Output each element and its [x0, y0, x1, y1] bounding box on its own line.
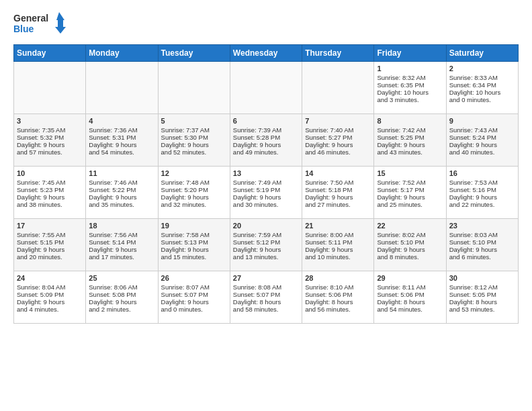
weekday-header: Wednesday [230, 45, 302, 62]
header: General Blue [13, 11, 519, 38]
day-info: Daylight: 9 hours [17, 298, 83, 306]
svg-marker-2 [55, 12, 66, 34]
day-info: Daylight: 9 hours [377, 246, 443, 253]
day-info: Daylight: 9 hours [17, 141, 83, 148]
calendar-week-row: 17Sunrise: 7:55 AMSunset: 5:15 PMDayligh… [14, 219, 519, 271]
day-number: 27 [233, 274, 299, 282]
weekday-header: Monday [86, 45, 158, 62]
day-info: Sunset: 5:05 PM [449, 291, 515, 298]
weekday-header: Friday [374, 45, 446, 62]
day-info: Sunset: 5:28 PM [233, 134, 299, 141]
calendar-table: SundayMondayTuesdayWednesdayThursdayFrid… [13, 44, 519, 324]
calendar-cell [302, 62, 374, 114]
calendar-cell: 13Sunrise: 7:49 AMSunset: 5:19 PMDayligh… [230, 167, 302, 219]
day-number: 29 [377, 274, 443, 282]
calendar-cell: 18Sunrise: 7:56 AMSunset: 5:14 PMDayligh… [86, 219, 158, 271]
day-number: 26 [161, 274, 227, 282]
day-number: 2 [449, 64, 515, 73]
calendar-week-row: 10Sunrise: 7:45 AMSunset: 5:23 PMDayligh… [14, 167, 519, 219]
day-info: Daylight: 9 hours [305, 141, 371, 148]
day-info: and 32 minutes. [161, 201, 227, 208]
day-info: Daylight: 9 hours [233, 246, 299, 253]
day-number: 8 [377, 117, 443, 125]
calendar-cell: 2Sunrise: 8:33 AMSunset: 6:34 PMDaylight… [446, 62, 518, 114]
day-info: Sunrise: 7:46 AM [89, 179, 154, 186]
day-info: Sunset: 5:25 PM [377, 134, 443, 141]
day-info: Sunset: 5:23 PM [17, 186, 83, 193]
day-info: Sunrise: 7:39 AM [233, 126, 299, 134]
weekday-header: Thursday [302, 45, 374, 62]
calendar-body: 1Sunrise: 8:32 AMSunset: 6:35 PMDaylight… [14, 62, 519, 324]
day-number: 25 [89, 274, 154, 282]
calendar-cell: 9Sunrise: 7:43 AMSunset: 5:24 PMDaylight… [446, 114, 518, 167]
calendar-cell: 23Sunrise: 8:03 AMSunset: 5:10 PMDayligh… [446, 219, 518, 271]
calendar-cell [86, 62, 158, 114]
day-info: Sunrise: 7:49 AM [233, 179, 299, 186]
calendar-cell: 10Sunrise: 7:45 AMSunset: 5:23 PMDayligh… [14, 167, 86, 219]
calendar-cell: 20Sunrise: 7:59 AMSunset: 5:12 PMDayligh… [230, 219, 302, 271]
calendar-cell: 16Sunrise: 7:53 AMSunset: 5:16 PMDayligh… [446, 167, 518, 219]
day-info: Sunset: 5:31 PM [89, 134, 154, 141]
calendar-cell: 17Sunrise: 7:55 AMSunset: 5:15 PMDayligh… [14, 219, 86, 271]
day-info: Sunrise: 8:33 AM [449, 74, 515, 81]
day-info: Sunrise: 8:10 AM [305, 283, 371, 291]
day-info: Daylight: 9 hours [89, 246, 154, 253]
day-info: and 8 minutes. [377, 253, 443, 261]
calendar-cell: 12Sunrise: 7:48 AMSunset: 5:20 PMDayligh… [158, 167, 230, 219]
day-info: Sunset: 5:22 PM [89, 186, 154, 193]
day-info: Sunset: 5:07 PM [233, 291, 299, 298]
day-info: Sunrise: 7:37 AM [161, 126, 227, 134]
day-info: Sunset: 5:10 PM [377, 238, 443, 246]
calendar-cell: 24Sunrise: 8:04 AMSunset: 5:09 PMDayligh… [14, 271, 86, 324]
day-info: Sunrise: 8:07 AM [161, 283, 227, 291]
day-info: Daylight: 9 hours [449, 141, 515, 148]
day-info: Daylight: 9 hours [305, 193, 371, 201]
day-number: 24 [17, 274, 83, 282]
day-number: 13 [233, 169, 299, 177]
day-info: Sunset: 5:27 PM [305, 134, 371, 141]
calendar-cell: 22Sunrise: 8:02 AMSunset: 5:10 PMDayligh… [374, 219, 446, 271]
day-number: 18 [89, 222, 154, 230]
day-info: Sunset: 6:34 PM [449, 81, 515, 89]
day-info: and 58 minutes. [233, 306, 299, 313]
day-info: Daylight: 9 hours [449, 193, 515, 201]
day-info: Daylight: 9 hours [89, 193, 154, 201]
day-info: and 20 minutes. [17, 253, 83, 261]
day-info: Daylight: 9 hours [161, 141, 227, 148]
day-info: Sunrise: 7:53 AM [449, 179, 515, 186]
calendar-cell: 28Sunrise: 8:10 AMSunset: 5:06 PMDayligh… [302, 271, 374, 324]
day-info: Daylight: 9 hours [377, 193, 443, 201]
day-info: Sunrise: 8:03 AM [449, 231, 515, 238]
day-info: Sunrise: 8:06 AM [89, 283, 154, 291]
day-number: 21 [305, 222, 371, 230]
calendar-week-row: 3Sunrise: 7:35 AMSunset: 5:32 PMDaylight… [14, 114, 519, 167]
day-info: Daylight: 10 hours [449, 89, 515, 96]
day-number: 5 [161, 117, 227, 125]
day-info: and 15 minutes. [161, 253, 227, 261]
logo: General Blue [13, 11, 67, 38]
day-info: Sunset: 6:35 PM [377, 81, 443, 89]
calendar-week-row: 24Sunrise: 8:04 AMSunset: 5:09 PMDayligh… [14, 271, 519, 324]
day-number: 11 [89, 169, 154, 177]
day-info: Sunset: 5:32 PM [17, 134, 83, 141]
day-info: Daylight: 9 hours [89, 141, 154, 148]
calendar-cell [158, 62, 230, 114]
day-number: 15 [377, 169, 443, 177]
day-info: and 54 minutes. [89, 148, 154, 156]
day-info: and 40 minutes. [449, 148, 515, 156]
day-info: and 3 minutes. [377, 96, 443, 103]
day-number: 6 [233, 117, 299, 125]
day-number: 20 [233, 222, 299, 230]
calendar-cell: 3Sunrise: 7:35 AMSunset: 5:32 PMDaylight… [14, 114, 86, 167]
logo-svg: General Blue [13, 11, 67, 38]
day-info: and 38 minutes. [17, 201, 83, 208]
calendar-cell: 1Sunrise: 8:32 AMSunset: 6:35 PMDaylight… [374, 62, 446, 114]
day-info: Daylight: 10 hours [377, 89, 443, 96]
day-number: 28 [305, 274, 371, 282]
calendar-cell: 14Sunrise: 7:50 AMSunset: 5:18 PMDayligh… [302, 167, 374, 219]
day-number: 3 [17, 117, 83, 125]
day-info: Sunrise: 8:02 AM [377, 231, 443, 238]
day-info: Daylight: 9 hours [89, 298, 154, 306]
day-info: Sunrise: 7:55 AM [17, 231, 83, 238]
day-info: Sunrise: 7:45 AM [17, 179, 83, 186]
